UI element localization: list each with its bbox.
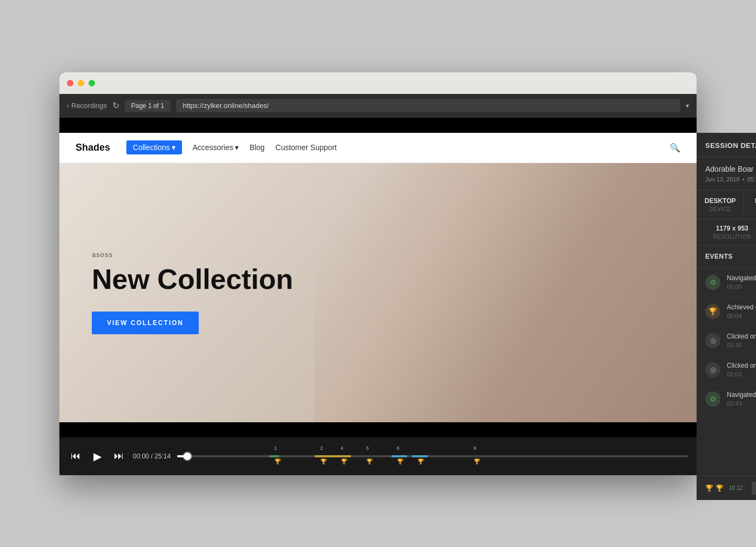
- session-panel: SESSION DETAILS ⌃ Adorable Boar Jun 13, …: [697, 133, 756, 500]
- event-text: Navigated to page 1 00:00: [727, 274, 756, 290]
- session-time: 05:20 AM: [747, 176, 756, 183]
- event-time: 00:00: [727, 283, 756, 290]
- hero-content: asoss New Collection VIEW COLLECTION: [92, 251, 293, 334]
- view-collection-button[interactable]: VIEW COLLECTION: [92, 312, 199, 334]
- separator-dot: •: [742, 176, 745, 183]
- resolution-grid: 1179 x 953 RESOLUTION SEARCH SOURCE: [697, 219, 756, 246]
- browser-window: ‹ Recordings ↻ Page 1 of 1 https://zylke…: [59, 72, 697, 475]
- event-item[interactable]: ⊙ Navigated to page 1 00:00: [697, 268, 756, 297]
- black-middle-bar: [59, 422, 697, 437]
- trophy-marker-2: 🏆: [320, 458, 327, 464]
- nav-blog[interactable]: Blog: [249, 143, 265, 152]
- session-panel-header: SESSION DETAILS ⌃: [697, 133, 756, 157]
- nav-accessories-label: Accessories: [193, 143, 233, 152]
- title-bar: [59, 72, 697, 94]
- event-name: Navigated to page 2: [727, 391, 756, 399]
- event-text: Clicked on .zp-home-left 02:03: [727, 362, 756, 377]
- event-list: ⊙ Navigated to page 1 00:00 🏆 Achieved g…: [697, 268, 756, 476]
- event-name: Achieved goal Test: [727, 303, 756, 311]
- goal-event-icon: 🏆: [705, 304, 720, 319]
- nav-blog-label: Blog: [249, 143, 265, 152]
- panel-bottom: 🏆 🏆 10 12 Skip Pauses 1x ▾ ⛶: [697, 476, 756, 500]
- close-button[interactable]: [67, 80, 73, 86]
- nav-collections[interactable]: Collections ▾: [126, 140, 181, 154]
- event-time: 02:43: [727, 400, 756, 407]
- trophy-group: 🏆 🏆: [705, 484, 724, 492]
- bottom-markers: 10 12: [729, 485, 742, 491]
- device-type-label: DEVICE: [702, 206, 738, 212]
- back-recordings-button[interactable]: ‹ Recordings: [67, 102, 107, 110]
- event-text: Clicked on .zp-home-left 00:30: [727, 333, 756, 348]
- nav-support-label: Customer Support: [275, 143, 337, 152]
- events-title: EVENTS: [705, 253, 733, 260]
- black-top-bar: [59, 118, 697, 133]
- device-type-cell: DESKTOP DEVICE: [697, 191, 744, 219]
- skip-back-button[interactable]: ⏮: [68, 449, 83, 464]
- event-time: 02:03: [727, 371, 756, 377]
- page-indicator: Page 1 of 1: [125, 100, 171, 112]
- resolution-label: RESOLUTION: [702, 234, 756, 240]
- hero-section: asoss New Collection VIEW COLLECTION: [59, 163, 697, 422]
- play-button[interactable]: ▶: [90, 449, 105, 464]
- current-time: 00:00: [133, 453, 149, 460]
- timeline-container[interactable]: 1 2 4 5 6 9: [177, 445, 688, 467]
- event-name: Navigated to page 1: [727, 274, 756, 282]
- click-event-icon2: ◎: [705, 362, 720, 377]
- click-event-icon: ◎: [705, 333, 720, 348]
- segment-yellow: [315, 455, 350, 457]
- trophy-marker-3: 🏆: [341, 458, 347, 464]
- segment-blue: [392, 455, 407, 457]
- url-bar[interactable]: https://zylker.online/shades/: [176, 99, 680, 112]
- marker-5: 5: [366, 445, 369, 451]
- site-logo: Shades: [76, 142, 110, 153]
- resolution-value: 1179 x 953: [702, 225, 756, 232]
- minimize-button[interactable]: [78, 80, 84, 86]
- site-nav: Shades Collections ▾ Accessories ▾ Blog …: [59, 133, 697, 163]
- nav-accessories[interactable]: Accessories ▾: [193, 143, 239, 152]
- maximize-button[interactable]: [89, 80, 95, 86]
- collections-dropdown-icon: ▾: [172, 143, 176, 152]
- device-os-value: Mac OS: [750, 197, 756, 205]
- event-time: 00:04: [727, 313, 756, 319]
- dropdown-arrow-icon[interactable]: ▾: [686, 102, 689, 110]
- event-time: 00:30: [727, 342, 756, 348]
- nav-customer-support[interactable]: Customer Support: [275, 143, 337, 152]
- trophy-marker-4: 🏆: [366, 458, 373, 464]
- event-text: Navigated to page 2 02:43: [727, 391, 756, 407]
- trophy-icon-1: 🏆: [705, 484, 713, 492]
- event-item[interactable]: 🏆 Achieved goal Test 00:04: [697, 297, 756, 326]
- session-name: Adorable Boar: [705, 165, 756, 173]
- trophy-icon-2: 🏆: [716, 484, 724, 492]
- nav-event-icon: ⊙: [705, 275, 720, 290]
- skip-pauses-button[interactable]: Skip Pauses: [752, 482, 756, 495]
- marker-6: 6: [397, 445, 400, 451]
- session-info: Adorable Boar Jun 13, 2018 • 05:20 AM • …: [697, 157, 756, 191]
- session-panel-title: SESSION DETAILS: [705, 141, 756, 150]
- refresh-button[interactable]: ↻: [112, 100, 119, 111]
- trophy-marker-7: 🏆: [474, 458, 480, 464]
- event-name: Clicked on .zp-home-left: [727, 333, 756, 340]
- timeline-track[interactable]: [177, 455, 688, 457]
- device-os-cell: Mac OS OS: [744, 191, 756, 219]
- nav-collections-label: Collections: [133, 143, 170, 152]
- marker-1: 1: [274, 445, 277, 451]
- marker-9: 9: [474, 445, 476, 451]
- marker-2: 2: [320, 445, 323, 451]
- main-content: Shades Collections ▾ Accessories ▾ Blog …: [59, 133, 697, 422]
- segment-blue2: [412, 455, 427, 457]
- trophy-marker-6: 🏆: [417, 458, 424, 464]
- event-item[interactable]: ◎ Clicked on .zp-home-left 00:30: [697, 326, 756, 355]
- segment-green: [269, 455, 279, 457]
- skip-forward-button[interactable]: ⏭: [111, 449, 126, 464]
- event-item[interactable]: ◎ Clicked on .zp-home-left 02:03: [697, 355, 756, 384]
- event-text: Achieved goal Test 00:04: [727, 303, 756, 319]
- browser-toolbar: ‹ Recordings ↻ Page 1 of 1 https://zylke…: [59, 94, 697, 118]
- search-icon[interactable]: 🔍: [670, 143, 680, 153]
- time-display: 00:00 / 25:14: [133, 453, 171, 460]
- events-header: EVENTS ⚗: [697, 246, 756, 268]
- event-item[interactable]: ⊙ Navigated to page 2 02:43: [697, 384, 756, 414]
- accessories-dropdown-icon: ▾: [235, 143, 239, 152]
- hero-brand: asoss: [92, 251, 293, 259]
- session-date: Jun 13, 2018: [705, 176, 740, 183]
- website-preview: Shades Collections ▾ Accessories ▾ Blog …: [59, 133, 697, 422]
